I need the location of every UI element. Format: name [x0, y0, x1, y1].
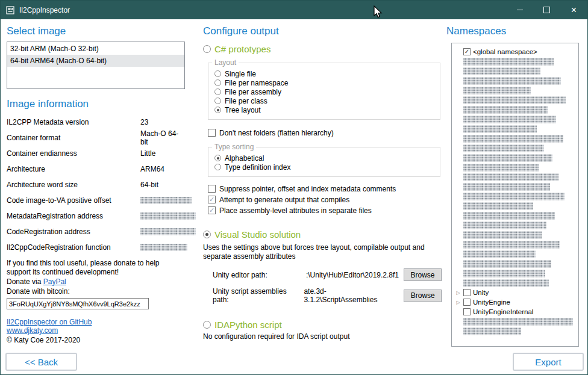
namespace-item[interactable]: ▷ — [452, 76, 578, 85]
checkbox-icon[interactable] — [463, 308, 471, 315]
back-button[interactable]: << Back — [5, 353, 77, 371]
unity-editor-path-value: :\Unity\Hub\Editor\2019.2.8f1 — [306, 271, 399, 279]
output-option-checkbox[interactable]: Suppress pointer, offset and index metad… — [208, 184, 442, 193]
namespace-item[interactable]: ▷ — [452, 278, 578, 288]
checkbox-icon — [208, 129, 216, 137]
info-label: Architecture — [7, 165, 45, 173]
visual-studio-label: Visual Studio solution — [214, 229, 301, 240]
image-option[interactable]: 32-bit ARM (Mach-O 32-bit) — [7, 43, 184, 55]
info-row: CodeRegistration address — [7, 224, 185, 240]
namespace-item[interactable]: ▷ — [452, 220, 578, 230]
namespace-item[interactable]: ▷ Unity — [452, 288, 578, 297]
layout-option-radio[interactable]: Single file — [214, 69, 435, 78]
output-option-checkbox[interactable]: Place assembly-level attributes in separ… — [208, 206, 442, 215]
namespace-item[interactable]: ▷ — [452, 143, 578, 153]
namespace-item[interactable]: ▷ UnityEngine — [452, 297, 578, 307]
bitcoin-label: Donate with bitcoin: — [7, 287, 185, 296]
type-sorting-option-radio[interactable]: Alphabetical — [214, 153, 435, 163]
redacted-namespace — [463, 154, 552, 162]
info-row: Il2CppCodeRegistration function — [7, 240, 185, 255]
minimize-icon — [517, 10, 523, 10]
namespace-item[interactable]: ▷ — [452, 201, 578, 211]
github-link[interactable]: Il2CppInspector on GitHub — [7, 318, 185, 326]
info-label: IL2CPP Metadata version — [7, 118, 89, 126]
namespace-item[interactable]: ▷ — [452, 268, 578, 278]
namespace-item[interactable]: ▷ — [452, 182, 578, 191]
layout-option-radio[interactable]: File per class — [214, 96, 435, 105]
namespace-item[interactable]: ▷ — [452, 105, 578, 114]
redacted-namespace — [463, 125, 537, 133]
browse-assemblies-button[interactable]: Browse — [404, 290, 442, 302]
namespace-item[interactable]: ▷ — [452, 211, 578, 220]
namespace-item[interactable]: ▷ — [452, 57, 578, 66]
redacted-namespace — [463, 318, 573, 326]
bitcoin-address-input[interactable] — [7, 298, 149, 309]
namespace-label: UnityEngine — [473, 299, 510, 306]
flatten-checkbox[interactable]: Don't nest folders (flatten hierarchy) — [208, 128, 442, 137]
namespace-item[interactable]: ▷ — [452, 191, 578, 201]
minimize-button[interactable] — [506, 1, 533, 19]
namespace-item[interactable]: ▷ — [452, 259, 578, 268]
image-option[interactable]: 64-bit ARM64 (Mach-O 64-bit) — [7, 55, 184, 67]
namespace-item[interactable]: ▷ — [452, 153, 578, 163]
namespaces-panel: Namespaces ▷ <global namespace> ▷ ▷ ▷ — [446, 25, 584, 347]
namespace-item[interactable]: ▷ — [452, 114, 578, 124]
visual-studio-radio[interactable]: Visual Studio solution — [203, 229, 442, 240]
redacted-namespace — [463, 144, 544, 152]
idapython-radio[interactable]: IDAPython script — [203, 320, 442, 330]
layout-groupbox: Layout Single file File per namespace Fi… — [208, 63, 440, 120]
titlebar[interactable]: Il2CppInspector × — [1, 1, 587, 19]
expander-icon[interactable]: ▷ — [455, 300, 461, 305]
info-value: Little — [140, 149, 155, 158]
layout-option-radio[interactable]: Tree layout — [214, 105, 435, 114]
namespace-item[interactable]: ▷ — [452, 124, 578, 134]
export-button[interactable]: Export — [513, 353, 584, 371]
namespace-item[interactable]: ▷ — [452, 163, 578, 172]
checkbox-icon[interactable] — [463, 299, 471, 306]
select-image-heading: Select image — [7, 25, 185, 38]
namespace-item[interactable]: ▷ <global namespace> — [452, 47, 578, 57]
image-option-label: 32-bit ARM (Mach-O 32-bit) — [10, 45, 99, 53]
paypal-link[interactable]: PayPal — [43, 277, 66, 286]
redacted-namespace — [463, 202, 533, 210]
radio-icon — [214, 79, 221, 86]
expander-icon[interactable]: ▷ — [455, 290, 461, 296]
image-listbox[interactable]: 32-bit ARM (Mach-O 32-bit) 64-bit ARM64 … — [7, 42, 185, 89]
namespace-item[interactable]: ▷ — [452, 230, 578, 240]
namespace-item[interactable]: ▷ — [452, 326, 578, 336]
info-label: Il2CppCodeRegistration function — [7, 243, 111, 252]
browse-editor-button[interactable]: Browse — [404, 268, 442, 281]
maximize-button[interactable] — [533, 1, 560, 19]
radio-icon — [214, 70, 221, 77]
namespace-item[interactable]: ▷ — [452, 240, 578, 249]
namespace-item[interactable]: ▷ — [452, 85, 578, 95]
namespace-item[interactable]: ▷ — [452, 66, 578, 76]
namespace-item[interactable]: ▷ — [452, 172, 578, 182]
type-sorting-option-radio[interactable]: Type definition index — [214, 163, 435, 172]
layout-option-radio[interactable]: File per namespace — [214, 78, 435, 87]
redacted-namespace — [463, 279, 549, 287]
flatten-label: Don't nest folders (flatten hierarchy) — [219, 129, 334, 137]
namespace-item[interactable]: ▷ — [452, 95, 578, 105]
namespaces-list[interactable]: ▷ <global namespace> ▷ ▷ ▷ ▷ — [451, 43, 579, 347]
close-button[interactable]: × — [560, 1, 587, 19]
checkbox-icon[interactable] — [463, 289, 471, 296]
namespace-item[interactable]: ▷ — [452, 249, 578, 259]
checkbox-icon[interactable] — [463, 48, 471, 55]
maximize-icon — [543, 7, 550, 13]
redacted-namespace — [463, 135, 563, 143]
redacted-value — [140, 197, 192, 204]
type-sorting-options: Alphabetical Type definition index — [214, 153, 435, 172]
website-link[interactable]: www.djkaty.com — [7, 326, 185, 335]
redacted-namespace — [463, 96, 566, 104]
checkbox-icon — [208, 185, 216, 193]
csharp-prototypes-radio[interactable]: C# prototypes — [203, 44, 442, 54]
namespace-item[interactable]: ▷ — [452, 134, 578, 143]
layout-option-radio[interactable]: File per assembly — [214, 87, 435, 96]
namespace-item[interactable]: ▷ UnityEngineInternal — [452, 307, 578, 317]
image-option-label: 64-bit ARM64 (Mach-O 64-bit) — [10, 57, 107, 65]
csharp-option-wrap: C# prototypes — [203, 44, 442, 54]
vs-option-wrap: Visual Studio solution — [203, 229, 442, 240]
output-option-checkbox[interactable]: Attempt to generate output that compiles — [208, 195, 442, 204]
namespace-item[interactable]: ▷ — [452, 317, 578, 326]
